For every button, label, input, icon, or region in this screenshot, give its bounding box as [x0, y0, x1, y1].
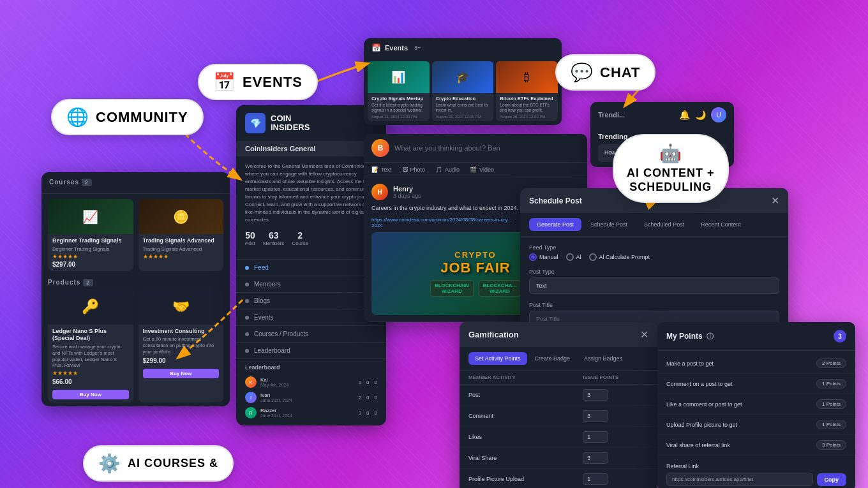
points-make-post-label: Make a post to get [666, 360, 714, 367]
points-likes [574, 427, 657, 448]
course-card-2[interactable]: 🪙 Trading Signals Advanced Trading Signa… [138, 199, 224, 271]
gamification-tab-assign[interactable]: Assign Badges [578, 352, 629, 365]
event-card-1[interactable]: 📊 Crypto Signals Meetup Get the latest c… [368, 61, 430, 121]
radio-ai-prompt-dot [589, 253, 597, 261]
points-profile-pic [574, 469, 657, 489]
radio-manual-dot [529, 253, 537, 261]
events-panel: 📅 Events 3+ 📊 Crypto Signals Meetup Get … [364, 38, 562, 125]
feed-action-video[interactable]: 🎬 Video [470, 166, 494, 173]
product2-buy-btn[interactable]: Buy Now [143, 369, 220, 378]
product-card-2[interactable]: 🤝 Investment Consulting Get a 60 minute … [138, 290, 224, 403]
lb-row-1: K Kai May 4th, 2024 1 0 0 [245, 374, 377, 390]
points-comment-value: 1 Points [816, 379, 846, 388]
gamification-panel: Gamification ✕ Set Activity Points Creat… [460, 322, 657, 488]
schedule-tab-recent[interactable]: Recent Content [693, 218, 749, 231]
product1-body: Ledger Nano S Plus (Special Deal) Secure… [48, 325, 133, 403]
points-input-viral[interactable] [583, 452, 608, 464]
trending-preview: Trendi... [598, 111, 625, 119]
leaderboard-title: Leaderboard [245, 364, 377, 371]
schedule-tab-scheduled[interactable]: Scheduled Post [636, 218, 692, 231]
post-type-label: Post Type [529, 269, 779, 275]
activity-likes: Likes [460, 427, 574, 448]
my-points-label: My Points [666, 332, 703, 341]
nav-leaderboard[interactable]: Leaderboard [236, 343, 386, 359]
copy-referral-btn[interactable]: Copy [817, 473, 847, 486]
points-input-comment[interactable] [583, 410, 608, 422]
product-card-1[interactable]: 🔑 Ledger Nano S Plus (Special Deal) Secu… [48, 290, 133, 403]
chat-icon: 💬 [571, 62, 594, 83]
chat-user-avatar: U [711, 107, 726, 122]
post-title-label: Post Title [529, 302, 779, 308]
product1-buy-btn[interactable]: Buy Now [52, 390, 129, 399]
theme-icon[interactable]: 🌙 [695, 110, 706, 120]
lb-avatar-2: I [245, 392, 257, 403]
course2-title: Trading Signals Advanced [143, 237, 220, 245]
points-row-comment: Comment on a post to get 1 Points [657, 374, 855, 394]
points-input-profile-pic[interactable] [583, 473, 608, 485]
event1-body: Crypto Signals Meetup Get the latest cry… [368, 93, 430, 121]
table-row: Post [460, 385, 657, 406]
notification-icon[interactable]: 🔔 [679, 110, 690, 120]
nav-courses-dot [245, 332, 249, 336]
schedule-close-icon[interactable]: ✕ [771, 195, 779, 207]
post-image-icons: BLOCKCHAINWIZARD BLOCKCHA...WIZARD [430, 280, 521, 297]
points-header: My Points ⓘ 3 [657, 322, 855, 351]
ai-content-label: AI CONTENT +SCHEDULING [627, 166, 715, 194]
radio-manual[interactable]: Manual [529, 253, 558, 261]
course1-body: Beginner Trading Signals Beginner Tradin… [48, 234, 133, 271]
table-row: Viral Share [460, 448, 657, 469]
feed-compose-bar: B What are you thinking about? Ben [364, 134, 587, 163]
ai-content-badge: 🤖 AI CONTENT +SCHEDULING [613, 134, 729, 203]
schedule-tab-generate[interactable]: Generate Post [529, 218, 581, 231]
schedule-tab-schedule[interactable]: Schedule Post [583, 218, 635, 231]
courses-grid: 📈 Beginner Trading Signals Beginner Trad… [41, 194, 230, 276]
feed-compose-placeholder[interactable]: What are you thinking about? Ben [394, 144, 580, 152]
event-card-3[interactable]: ₿ Bitcoin ETFs Explained Learn about the… [496, 61, 558, 121]
nav-courses-label: Courses / Products [254, 330, 308, 337]
lb-avatar-3: R [245, 407, 257, 418]
radio-ai-prompt[interactable]: Al Calculate Prompt [589, 253, 650, 261]
gamification-title: Gamification [468, 330, 519, 339]
post-image-text: CRYPTO JOB FAIR BLOCKCHAINWIZARD BLOCKCH… [430, 250, 521, 297]
stat-courses: 2 Course [292, 230, 308, 246]
video-icon: 🎬 [470, 166, 477, 173]
text-icon: 📝 [371, 166, 378, 173]
course2-image: 🪙 [138, 199, 224, 234]
points-post [574, 385, 657, 406]
points-title: My Points ⓘ [666, 332, 714, 341]
gamification-close-btn[interactable]: ✕ [640, 329, 648, 341]
table-row: Profile Picture Upload [460, 469, 657, 489]
feed-action-audio[interactable]: 🎵 Audio [435, 166, 460, 173]
logo-main: COININSIDERS [271, 114, 310, 133]
community-description: Welcome to the General Members area of C… [245, 163, 377, 224]
products-count: 2 [83, 279, 93, 286]
course-card-1[interactable]: 📈 Beginner Trading Signals Beginner Trad… [48, 199, 133, 271]
lb-name-2: Ivan June 21st, 2024 [260, 392, 292, 403]
post-author-info: Henry 3 days ago [393, 185, 421, 199]
gamification-tabs: Set Activity Points Create Badge Assign … [460, 347, 657, 371]
referral-url-input[interactable] [666, 473, 813, 486]
nav-events-label: Events [254, 314, 274, 321]
post-type-select[interactable]: Text Photo Video [529, 277, 779, 294]
gamification-table: MEMBER ACTIVITY ISSUE POINTS Post Commen… [460, 371, 657, 488]
nav-courses[interactable]: Courses / Products [236, 326, 386, 343]
points-comment-label: Comment on a post to get [666, 381, 733, 387]
feed-action-text[interactable]: 📝 Text [371, 166, 392, 173]
schedule-title: Schedule Post [529, 196, 582, 205]
products-section: Products 2 🔑 Ledger Nano S Plus (Special… [41, 276, 230, 406]
nav-feed-label: Feed [254, 264, 269, 271]
stat-members-num: 63 [263, 230, 284, 240]
points-viral [574, 448, 657, 469]
event-card-2[interactable]: 🎓 Crypto Education Learn what coins are … [432, 61, 494, 121]
gamification-tab-activity[interactable]: Set Activity Points [468, 352, 527, 365]
feed-action-photo[interactable]: 🖼 Photo [402, 166, 426, 173]
points-input-likes[interactable] [583, 431, 608, 443]
gamification-tab-badge[interactable]: Create Badge [528, 352, 577, 365]
stat-posts: 50 Post [245, 230, 255, 246]
points-row-upload: Upload Profile picture to get 1 Points [657, 415, 855, 435]
radio-ai[interactable]: Al [566, 253, 581, 261]
events-grid: 📊 Crypto Signals Meetup Get the latest c… [364, 57, 562, 125]
points-input-post[interactable] [583, 389, 608, 401]
community-badge: 🌐 COMMUNITY [51, 99, 204, 135]
feed-action-bar: 📝 Text 🖼 Photo 🎵 Audio 🎬 Video [364, 163, 587, 177]
